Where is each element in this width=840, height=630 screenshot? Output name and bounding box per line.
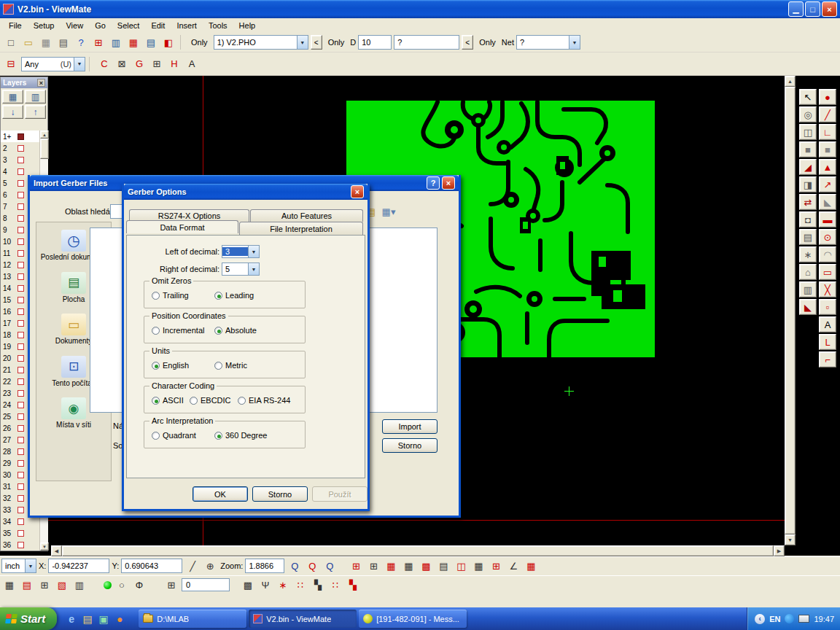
layer-color-swatch[interactable] [18, 378, 24, 385]
ok-button[interactable]: OK [192, 486, 248, 502]
zoom-all-button[interactable]: Q [322, 558, 338, 574]
quicklaunch-browser-button[interactable]: ● [112, 611, 127, 627]
draw-circle-button[interactable]: ⊙ [819, 229, 836, 245]
scroll-right-icon[interactable]: ▶ [774, 545, 785, 556]
radio-quadrant[interactable]: Quadrant [152, 431, 196, 440]
layer-color-swatch[interactable] [18, 227, 24, 233]
minimize-button[interactable]: ▁ [788, 1, 804, 17]
layer-color-swatch[interactable] [18, 390, 24, 397]
language-indicator[interactable]: EN [769, 615, 780, 623]
layer-color-swatch[interactable] [18, 495, 24, 502]
radio-eia-rs-244[interactable]: EIA RS-244 [238, 396, 290, 405]
draw-cross-button[interactable]: ╳ [819, 281, 836, 298]
layer-scrollbar-thumb[interactable] [40, 139, 49, 159]
radio-absolute[interactable]: Absolute [214, 326, 257, 335]
draw-bar-button[interactable]: ▬ [819, 211, 836, 228]
radio-ebcdic[interactable]: EBCDIC [190, 396, 231, 405]
select-g-button[interactable]: G [131, 56, 147, 72]
radio-360-degree[interactable]: 360 Degree [214, 431, 268, 440]
frames-button[interactable]: ◫ [799, 124, 817, 140]
layer-select[interactable]: 1) V2.PHO ▼ [214, 35, 308, 50]
menu-item-tools[interactable]: Tools [203, 20, 233, 31]
hide-icons-button[interactable]: ‹ [755, 614, 765, 624]
inverse-button[interactable]: ◘ [799, 211, 817, 228]
layer-color-swatch[interactable] [18, 413, 24, 420]
layer-up-button[interactable]: ↑ [25, 105, 46, 119]
fill-pattern-button[interactable]: ▩ [240, 577, 256, 593]
tab-data-format[interactable]: Data Format [126, 220, 238, 233]
layer-color-swatch[interactable] [18, 343, 24, 350]
text-tool-button[interactable]: A [819, 316, 836, 332]
taskbar-task-d-mlab[interactable]: D:\MLAB [139, 610, 246, 628]
rows-tool-button[interactable]: ▤ [799, 229, 817, 245]
center-view-button[interactable]: ⊕ [202, 558, 218, 574]
quicklaunch-ie-button[interactable]: e [64, 611, 79, 627]
tab-auto-features[interactable]: Auto Features [250, 209, 363, 222]
layer-color-swatch[interactable] [18, 530, 24, 537]
layer-color-swatch[interactable] [18, 215, 24, 222]
y-coordinate-field[interactable]: 0.690643 [121, 559, 182, 573]
x-coordinate-field[interactable]: -0.942237 [48, 559, 109, 573]
menu-item-view[interactable]: View [60, 20, 89, 31]
anchor-button[interactable]: Ψ [257, 577, 273, 593]
grid-table-button[interactable]: ⊞ [163, 577, 179, 593]
draw-vector-button[interactable]: ↗ [819, 176, 836, 192]
grid-e-button[interactable]: ◫ [453, 558, 469, 574]
scroll-up-icon[interactable]: ▲ [40, 131, 49, 139]
draw-point-button[interactable]: ● [819, 89, 836, 105]
tray-messenger-icon[interactable] [785, 614, 794, 623]
layer-color-swatch[interactable] [18, 297, 24, 303]
layer-row-35[interactable]: 35 [1, 527, 39, 539]
scroll-up-icon[interactable]: ▲ [785, 76, 796, 87]
grid-g-button[interactable]: ⊞ [488, 558, 504, 574]
menu-item-setup[interactable]: Setup [28, 20, 61, 31]
draw-rect-button[interactable]: ▭ [819, 264, 836, 280]
scroll-down-icon[interactable]: ▼ [40, 542, 49, 551]
layer-color-swatch[interactable] [18, 518, 24, 525]
radio-metric[interactable]: Metric [214, 361, 247, 370]
columns-button[interactable]: ▥ [108, 34, 124, 50]
menu-item-insert[interactable]: Insert [171, 20, 203, 31]
grid-f-button[interactable]: ▦ [470, 558, 486, 574]
layer-color-swatch[interactable] [18, 308, 24, 315]
prev-layer-button[interactable]: < [311, 35, 322, 50]
chevron-down-icon[interactable]: ▼ [248, 246, 259, 257]
select-c-button[interactable]: C [96, 56, 112, 72]
prev-net-button[interactable]: < [462, 35, 473, 50]
layer-color-swatch[interactable] [18, 145, 24, 152]
chevron-down-icon[interactable]: ▼ [74, 58, 85, 71]
horizontal-scrollbar[interactable]: ◀ ▶ [51, 545, 785, 556]
dots-a-button[interactable]: ∷ [292, 577, 308, 593]
dots-d-button[interactable]: ▚ [345, 577, 361, 593]
grid-a-button[interactable]: ▦ [383, 558, 399, 574]
only-net-toggle[interactable]: Only [475, 36, 499, 48]
draw-polyline-button[interactable]: ∟ [819, 124, 836, 140]
help-button[interactable]: ? [427, 176, 440, 190]
layer-color-swatch[interactable] [18, 238, 24, 245]
layer-down-button[interactable]: ↓ [2, 105, 23, 119]
layer-color-swatch[interactable] [18, 192, 24, 198]
dcode-input[interactable]: 10 [358, 35, 392, 50]
draw-wedge-button[interactable]: ◣ [819, 194, 836, 210]
quicklaunch-desktop-button[interactable]: ▣ [96, 611, 111, 627]
dcode-table-button[interactable]: ⊞ [348, 558, 364, 574]
cols-tool-button[interactable]: ▥ [799, 281, 817, 298]
swap-button[interactable]: ⇄ [799, 194, 817, 210]
half-square-button[interactable]: ◧ [160, 34, 176, 50]
chevron-down-icon[interactable]: ▼ [248, 263, 259, 275]
pattern-b-button[interactable]: ▤ [19, 577, 35, 593]
corner-tool-button[interactable]: ◣ [799, 299, 817, 315]
maximize-button[interactable]: □ [805, 1, 820, 17]
layer-color-swatch[interactable] [18, 203, 24, 210]
select-grid-button[interactable]: ⊞ [149, 56, 165, 72]
layer-color-swatch[interactable] [18, 483, 24, 490]
zoom-in-button[interactable]: Q [287, 558, 303, 574]
draw-filled-rect-button[interactable]: ■ [819, 141, 836, 158]
circle-aperture-button[interactable]: ○ [114, 577, 130, 593]
layer-color-swatch[interactable] [18, 250, 24, 257]
draw-arc-button[interactable]: ◠ [819, 246, 836, 262]
unit-select[interactable]: inch ▼ [1, 559, 36, 573]
vertical-scrollbar[interactable]: ▲ ▼ [785, 76, 796, 545]
layer-color-swatch[interactable] [18, 437, 24, 443]
layer-color-swatch[interactable] [18, 168, 24, 175]
